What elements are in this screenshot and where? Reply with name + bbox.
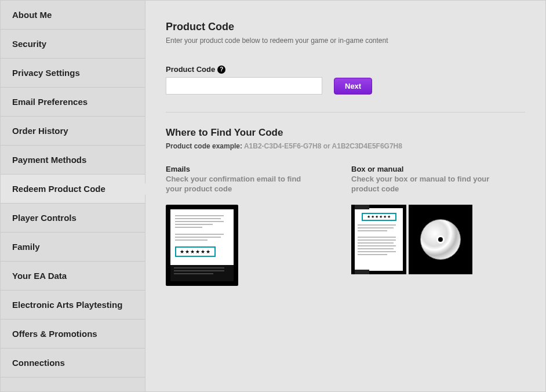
sidebar-item-connections[interactable]: Connections xyxy=(1,349,145,378)
sidebar-item-family[interactable]: Family xyxy=(1,233,145,262)
sidebar-item-label: Connections xyxy=(12,358,65,368)
sidebar-item-label: Order History xyxy=(12,126,68,136)
box-manual-illustration: ★★★★★★ xyxy=(351,205,514,274)
input-row: Next xyxy=(166,77,525,95)
help-col-emails: Emails Check your confirmation email to … xyxy=(166,165,316,286)
code-box-icon: ★★★★★★ xyxy=(362,213,396,221)
sidebar-item-about-me[interactable]: About Me xyxy=(1,1,145,30)
page-title: Product Code xyxy=(166,21,525,33)
help-col-desc: Check your box or manual to find your pr… xyxy=(351,175,514,194)
help-icon[interactable]: ? xyxy=(217,66,225,74)
sidebar-item-privacy-settings[interactable]: Privacy Settings xyxy=(1,59,145,88)
code-box-icon: ★★★★★★ xyxy=(175,246,216,257)
example-value: A1B2-C3D4-E5F6-G7H8 or A1B2C3D4E5F6G7H8 xyxy=(244,142,402,150)
disc-case-icon xyxy=(409,205,472,274)
sidebar-item-label: Electronic Arts Playtesting xyxy=(12,300,122,310)
sidebar-item-label: Security xyxy=(12,39,46,49)
sidebar-item-label: Privacy Settings xyxy=(12,68,80,78)
sidebar-item-email-preferences[interactable]: Email Preferences xyxy=(1,88,145,117)
main-content: Product Code Enter your product code bel… xyxy=(145,1,545,391)
sidebar-item-security[interactable]: Security xyxy=(1,30,145,59)
sidebar-item-redeem-product-code[interactable]: Redeem Product Code xyxy=(1,175,145,204)
sidebar-item-your-ea-data[interactable]: Your EA Data xyxy=(1,262,145,291)
product-code-input[interactable] xyxy=(166,77,322,95)
example-line: Product code example: A1B2-C3D4-E5F6-G7H… xyxy=(166,142,525,150)
sidebar-item-ea-playtesting[interactable]: Electronic Arts Playtesting xyxy=(1,291,145,320)
sidebar-item-payment-methods[interactable]: Payment Methods xyxy=(1,146,145,175)
app-container: About Me Security Privacy Settings Email… xyxy=(0,0,546,392)
help-col-title: Emails xyxy=(166,165,316,173)
example-label: Product code example: xyxy=(166,142,244,150)
divider xyxy=(166,112,525,112)
sidebar-item-label: About Me xyxy=(12,10,52,20)
email-illustration: ★★★★★★ xyxy=(166,205,238,286)
sidebar: About Me Security Privacy Settings Email… xyxy=(1,1,145,391)
sidebar-item-label: Offers & Promotions xyxy=(12,329,97,339)
sidebar-item-order-history[interactable]: Order History xyxy=(1,117,145,146)
manual-icon: ★★★★★★ xyxy=(351,205,406,274)
next-button[interactable]: Next xyxy=(334,78,372,95)
sidebar-item-label: Your EA Data xyxy=(12,271,67,281)
product-code-field: Product Code ? Next xyxy=(166,65,525,95)
sidebar-item-label: Email Preferences xyxy=(12,97,88,107)
field-label-text: Product Code xyxy=(166,65,215,74)
product-code-label: Product Code ? xyxy=(166,65,525,74)
help-col-box-manual: Box or manual Check your box or manual t… xyxy=(351,165,514,286)
sidebar-item-label: Payment Methods xyxy=(12,155,86,165)
email-paper-icon: ★★★★★★ xyxy=(170,209,234,281)
help-col-title: Box or manual xyxy=(351,165,514,173)
sidebar-item-label: Family xyxy=(12,242,40,252)
disc-icon xyxy=(420,219,461,260)
sidebar-item-label: Redeem Product Code xyxy=(12,184,105,194)
sidebar-item-player-controls[interactable]: Player Controls xyxy=(1,204,145,233)
help-col-desc: Check your confirmation email to find yo… xyxy=(166,175,316,194)
help-section-title: Where to Find Your Code xyxy=(166,127,525,139)
help-columns: Emails Check your confirmation email to … xyxy=(166,165,525,286)
sidebar-item-offers-promotions[interactable]: Offers & Promotions xyxy=(1,320,145,349)
sidebar-item-label: Player Controls xyxy=(12,213,77,223)
page-subtitle: Enter your product code below to redeem … xyxy=(166,37,525,45)
